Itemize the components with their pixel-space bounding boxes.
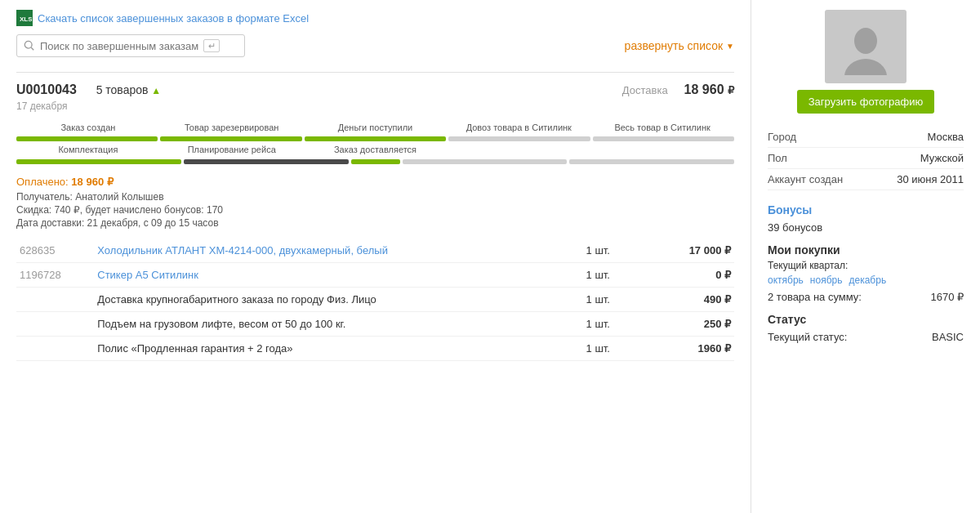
progress-labels-bottom: Комплектация Планирование рейса Заказ до… <box>16 144 734 155</box>
item-id: 628635 <box>16 239 94 263</box>
table-row: Доставка крупногабаритного заказа по гор… <box>16 287 734 311</box>
order-header-left: U0010043 5 товаров ▲ <box>16 83 161 97</box>
sort-arrow-icon: ▲ <box>151 85 161 96</box>
expand-button[interactable]: развернуть список ▼ <box>625 39 734 52</box>
order-id: U0010043 <box>16 83 77 97</box>
purchases-quarter: Текущий квартал: <box>768 260 964 271</box>
sidebar: Загрузить фотографию Город Москва Пол Му… <box>751 0 980 513</box>
bar-seg-b3 <box>351 159 400 164</box>
order-delivery-info: Доставка 18 960 ₽ <box>622 83 734 97</box>
item-price: 250 ₽ <box>630 311 734 336</box>
upload-photo-button[interactable]: Загрузить фотографию <box>797 90 935 114</box>
bar-seg-b1 <box>16 159 181 164</box>
order-date: 17 декабря <box>16 100 734 112</box>
status-section: Статус Текущий статус: BASIC <box>768 313 964 343</box>
item-price: 1960 ₽ <box>630 336 734 360</box>
item-id: 1196728 <box>16 262 94 287</box>
progress-step-b2: Планирование рейса <box>160 144 304 155</box>
item-name-cell[interactable]: Холодильник АТЛАНТ ХМ-4214-000, двухкаме… <box>94 239 565 263</box>
progress-step-5: Весь товар в Ситилинк <box>590 122 734 133</box>
item-qty: 1 шт. <box>566 311 630 336</box>
table-row: 1196728Стикер А5 Ситилинк1 шт.0 ₽ <box>16 262 734 287</box>
purchases-months: октябрь ноябрь декабрь <box>768 274 964 286</box>
progress-labels-top: Заказ создан Товар зарезервирован Деньги… <box>16 122 734 133</box>
item-link[interactable]: Стикер А5 Ситилинк <box>97 269 198 281</box>
order-items-count: 5 товаров ▲ <box>90 83 161 96</box>
progress-step-b3: Заказ доставляется <box>304 144 448 155</box>
bar-seg-4 <box>448 136 590 141</box>
excel-link[interactable]: Скачать список завершенных заказов в фор… <box>38 12 309 25</box>
progress-step-2: Товар зарезервирован <box>160 122 304 133</box>
search-row: ↵ развернуть список ▼ <box>16 34 734 57</box>
bar-seg-b5 <box>569 159 734 164</box>
item-qty: 1 шт. <box>566 262 630 287</box>
status-row: Текущий статус: BASIC <box>768 331 964 343</box>
items-table: 628635Холодильник АТЛАНТ ХМ-4214-000, дв… <box>16 239 734 361</box>
svg-line-3 <box>31 47 33 50</box>
item-name-cell: Доставка крупногабаритного заказа по гор… <box>94 287 565 311</box>
item-qty: 1 шт. <box>566 336 630 360</box>
bonuses-section-title: Бонусы <box>768 203 964 216</box>
bar-seg-2 <box>160 136 301 141</box>
avatar-container: Загрузить фотографию <box>768 10 964 114</box>
progress-step-4: Довоз товара в Ситилинк <box>447 122 590 133</box>
order-header: U0010043 5 товаров ▲ Доставка 18 960 ₽ <box>16 83 734 97</box>
month-october[interactable]: октябрь <box>768 274 804 286</box>
progress-bar-top <box>16 136 734 141</box>
item-link[interactable]: Холодильник АТЛАНТ ХМ-4214-000, двухкаме… <box>97 244 388 256</box>
svg-point-5 <box>844 59 887 75</box>
avatar-image <box>837 18 894 75</box>
svg-text:XLS: XLS <box>20 16 32 23</box>
item-name-cell[interactable]: Стикер А5 Ситилинк <box>94 262 565 287</box>
table-row: Полис «Продленная гарантия + 2 года»1 шт… <box>16 336 734 360</box>
month-december[interactable]: декабрь <box>849 274 886 286</box>
order-delivery-date: Дата доставки: 21 декабря, с 09 до 15 ча… <box>16 217 734 229</box>
avatar <box>825 10 906 83</box>
profile-row-gender: Пол Мужской <box>768 148 964 169</box>
search-icon <box>24 40 35 51</box>
item-price: 17 000 ₽ <box>630 239 734 263</box>
progress-step-3: Деньги поступили <box>304 122 448 133</box>
profile-info: Город Москва Пол Мужской Аккаунт создан … <box>768 127 964 190</box>
bar-seg-b4 <box>403 159 568 164</box>
excel-icon: XLS <box>16 10 33 26</box>
order-discount: Скидка: 740 ₽, будет начислено бонусов: … <box>16 204 734 216</box>
item-qty: 1 шт. <box>566 287 630 311</box>
svg-point-4 <box>854 28 877 54</box>
expand-arrow-icon: ▼ <box>726 42 734 51</box>
order-paid: Оплачено: 18 960 ₽ <box>16 176 734 188</box>
order-block: U0010043 5 товаров ▲ Доставка 18 960 ₽ 1… <box>16 72 734 361</box>
status-title: Статус <box>768 313 964 326</box>
purchases-summary: 2 товара на сумму: 1670 ₽ <box>768 291 964 303</box>
item-id <box>16 336 94 360</box>
bar-seg-b2 <box>184 159 349 164</box>
table-row: 628635Холодильник АТЛАНТ ХМ-4214-000, дв… <box>16 239 734 263</box>
bar-seg-1 <box>16 136 158 141</box>
excel-download-row: XLS Скачать список завершенных заказов в… <box>16 10 734 26</box>
item-id <box>16 311 94 336</box>
item-id <box>16 287 94 311</box>
item-name-cell: Подъем на грузовом лифте, весом от 50 до… <box>94 311 565 336</box>
progress-step-b1: Комплектация <box>16 144 160 155</box>
profile-row-created: Аккаунт создан 30 июня 2011 <box>768 169 964 190</box>
item-qty: 1 шт. <box>566 239 630 263</box>
order-recipient: Получатель: Анатолий Колышев <box>16 191 734 203</box>
search-box: ↵ <box>16 34 245 57</box>
order-price: 18 960 ₽ <box>684 83 734 97</box>
search-input[interactable] <box>40 40 203 52</box>
item-price: 0 ₽ <box>630 262 734 287</box>
svg-point-2 <box>24 41 32 48</box>
bonuses-count: 39 бонусов <box>768 221 964 234</box>
progress-container: Заказ создан Товар зарезервирован Деньги… <box>16 122 734 164</box>
enter-icon: ↵ <box>203 39 220 52</box>
month-november[interactable]: ноябрь <box>810 274 843 286</box>
item-price: 490 ₽ <box>630 287 734 311</box>
purchases-title: Мои покупки <box>768 243 964 256</box>
profile-row-city: Город Москва <box>768 127 964 148</box>
bar-seg-5 <box>593 136 734 141</box>
progress-bar-bottom <box>16 159 734 164</box>
progress-step-1: Заказ создан <box>16 122 160 133</box>
item-name-cell: Полис «Продленная гарантия + 2 года» <box>94 336 565 360</box>
table-row: Подъем на грузовом лифте, весом от 50 до… <box>16 311 734 336</box>
bar-seg-3 <box>305 136 446 141</box>
